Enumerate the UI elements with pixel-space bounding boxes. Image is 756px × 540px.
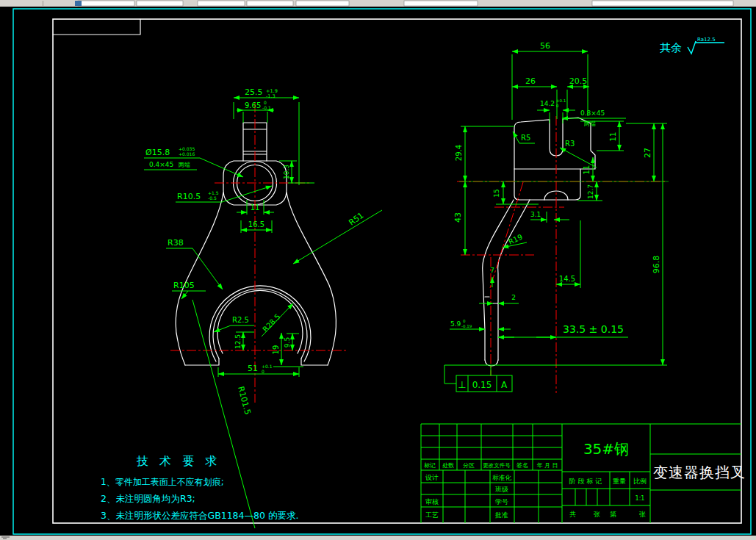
tb-sheet-no: 第 <box>610 511 616 518</box>
dim-20-5: 20.5 <box>569 76 588 86</box>
dim-2: 2 <box>511 294 516 301</box>
tech-requirement-3: 3、未注明形状公差应符合GB1184—80 的要求. <box>101 510 298 521</box>
dim-9-65-tol-dn: -0.1 <box>262 105 271 110</box>
datum-ref: A <box>501 380 508 390</box>
datum-value: 0.15 <box>472 380 492 390</box>
dim-19: 19 <box>272 345 280 355</box>
cad-viewport[interactable]: 其余 Ra12.5 25.5 +1.9 -1.3 9.65 0 -0.1 <box>0 0 756 540</box>
tb-stage-label: 阶 段 标 记 <box>569 478 602 485</box>
dim-11a: 11 <box>609 132 617 142</box>
dim-r10-5-tol-dn: -0.5 <box>208 195 217 201</box>
tb-role-sid: 学号 <box>495 498 508 505</box>
dim-51-tol-dn: 0 <box>262 369 264 374</box>
dim-hole-tol-up: +0.035 <box>179 146 195 151</box>
tb-header-count: 处数 <box>442 462 454 469</box>
tb-role-process: 工艺 <box>425 511 439 519</box>
dim-51-tol-up: +0.1 <box>262 364 273 369</box>
dim-14-2-tol-dn: 0 <box>556 104 559 108</box>
tb-role-check: 审核 <box>425 498 439 505</box>
datum-symbol: ⊥ <box>458 379 466 390</box>
dim-56: 56 <box>540 41 550 51</box>
dim-12-5: 12.5 <box>234 334 242 349</box>
dim-96-8: 96.8 <box>652 256 661 274</box>
dim-r10-5-tol-up: +1.5 <box>208 190 219 195</box>
surface-roughness-value: Ra12.5 <box>697 37 716 43</box>
dim-side-chamfer: 0.8×45 <box>580 109 605 117</box>
dim-14-2: 14.2 <box>540 100 555 107</box>
toolbar-combobox[interactable] <box>404 1 478 6</box>
tb-sheet-unit: 张 <box>594 511 600 518</box>
toolbar <box>0 0 756 7</box>
tech-requirement-1: 1、零件加工表面上不应有划痕; <box>101 477 224 487</box>
dim-25-5-tol-dn: -1.3 <box>266 93 276 99</box>
tb-role-class: 班级 <box>495 486 508 493</box>
dim-9-5: 9.5 <box>284 337 291 348</box>
dim-5-9-tol-up: 0 <box>463 319 466 323</box>
canvas-background <box>0 0 756 540</box>
dim-10-3: 10.3 <box>283 165 290 179</box>
tb-header-mark: 标记 <box>424 462 436 469</box>
dim-5-9: 5.9 <box>450 320 461 328</box>
dim-25-5: 25.5 <box>245 87 263 97</box>
dim-15: 15 <box>493 189 500 197</box>
toolbar-combobox[interactable] <box>247 1 293 6</box>
tb-header-date: 年 月 日 <box>536 462 558 469</box>
tb-material: 35#钢 <box>583 440 629 458</box>
dim-12-7: 12.7 <box>587 184 594 199</box>
dim-hole-tol-dn: +0.016 <box>179 151 195 156</box>
toolbar-combobox[interactable] <box>592 1 733 6</box>
tb-role-approve: 批准 <box>494 511 508 519</box>
dim-3-1: 3.1 <box>530 211 541 218</box>
dim-29-4: 29.4 <box>455 145 463 161</box>
tb-header-zone: 分区 <box>463 462 475 469</box>
dim-r10-5: R10.5 <box>177 192 201 201</box>
dim-51: 51 <box>248 364 258 373</box>
dim-r105: R105 <box>173 281 195 290</box>
dim-11b: 11 <box>583 165 591 175</box>
tb-header-sign: 签名 <box>516 462 528 469</box>
toolbar-combobox[interactable] <box>198 1 245 6</box>
tb-scale-label: 比例 <box>633 478 647 485</box>
tech-requirement-2: 2、未注明圆角均为R3; <box>101 493 195 504</box>
dim-r3: R3 <box>565 140 575 148</box>
dim-5-9-tol-dn: -0.19 <box>461 324 472 328</box>
dim-front-chamfer-note: 两端 <box>178 162 190 168</box>
dim-r2-5: R2.5 <box>232 316 249 324</box>
dim-r38: R38 <box>168 238 184 248</box>
dim-26: 26 <box>525 76 536 86</box>
tb-role-design: 设计 <box>425 474 439 481</box>
tb-part-name: 变速器换挡叉 <box>653 464 746 481</box>
toolbar-app-icon[interactable] <box>75 1 82 6</box>
dim-9-65: 9.65 <box>245 101 261 109</box>
toolbar-combobox[interactable] <box>137 1 183 6</box>
dim-hole-dia: Ø15.8 <box>145 148 170 157</box>
statusbar <box>0 536 756 540</box>
tb-header-doc: 更改文件号 <box>483 462 511 469</box>
toolbar-separator <box>43 1 43 6</box>
tb-sheet-unit2: 张 <box>639 511 646 518</box>
dim-33-5: 33.5 ± 0.15 <box>563 323 624 335</box>
dim-7: 7 <box>490 267 494 274</box>
dim-r5: R5 <box>521 134 530 142</box>
tb-weight-label: 重量 <box>613 478 626 485</box>
surface-note-prefix: 其余 <box>660 41 682 54</box>
dim-9-65-tol-up: 0 <box>264 100 267 105</box>
tb-scale-value: 1:1 <box>636 495 645 502</box>
dim-14-5: 14.5 <box>559 275 575 283</box>
toolbar-combobox[interactable] <box>78 1 134 6</box>
dim-16-5: 16.5 <box>248 220 264 228</box>
statusbar-strip <box>0 536 756 540</box>
dim-27: 27 <box>643 148 652 158</box>
tech-requirements-title: 技 术 要 求 <box>136 454 220 468</box>
toolbar-combobox[interactable] <box>296 1 349 6</box>
dim-14-2-tol-up: +0.1 <box>556 98 566 103</box>
dim-43: 43 <box>453 212 463 223</box>
dim-front-chamfer: 0.4×45 <box>149 161 173 168</box>
tb-role-standard: 标准化 <box>492 474 511 481</box>
dim-11: 11 <box>251 204 260 212</box>
tb-sheet-total: 共 <box>569 511 576 518</box>
